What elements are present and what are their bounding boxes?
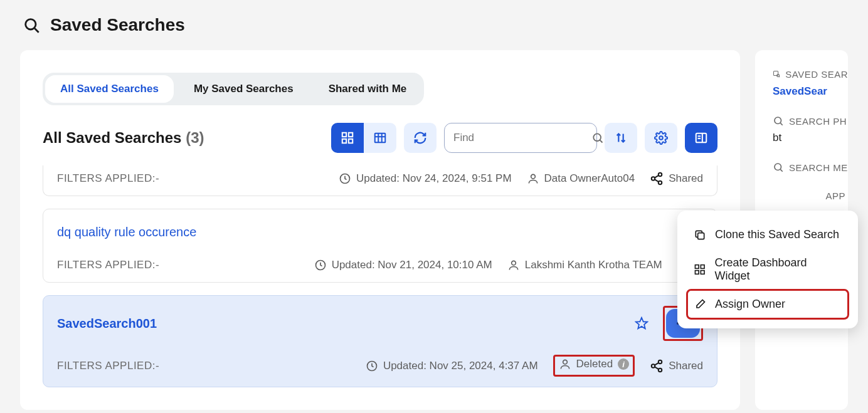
tab-my[interactable]: My Saved Searches [179,75,309,103]
tabs: All Saved Searches My Saved Searches Sha… [43,73,424,105]
svg-point-36 [652,364,655,368]
page-title: Saved Searches [50,15,185,35]
menu-dashboard-widget[interactable]: Create Dashboard Widget [687,249,848,290]
svg-rect-51 [695,271,699,274]
side-applied-fragment: APP [773,191,845,201]
filters-applied-label: FILTERS APPLIED:- [57,172,159,185]
favorite-button[interactable] [629,311,654,336]
side-phrase-label-text: SEARCH PH [789,116,847,127]
find-input-wrapper [444,123,597,153]
owner-meta: Deleted i [559,358,630,370]
subheader-title-text: All Saved Searches [43,129,181,146]
svg-rect-49 [695,265,699,269]
gear-button[interactable] [645,123,677,153]
svg-line-38 [655,362,659,365]
menu-dashboard-widget-label: Create Dashboard Widget [714,256,842,283]
svg-point-12 [659,136,663,140]
refresh-button[interactable] [404,123,437,153]
side-method-label-text: SEARCH ME [789,162,848,173]
details-panel-toggle[interactable] [685,123,717,153]
context-menu: Clone this Saved Search Create Dashboard… [677,211,858,328]
grid-view-button[interactable] [331,123,364,153]
svg-line-11 [600,140,603,143]
svg-line-22 [655,175,659,178]
svg-rect-3 [349,133,352,137]
shared-text: Shared [669,172,703,185]
svg-point-45 [775,164,781,170]
item-count: (3) [186,129,204,146]
side-phrase-label: SEARCH PH [773,115,848,127]
shared-meta: Shared [650,172,703,186]
tab-shared[interactable]: Shared with Me [314,75,422,103]
owner-meta: Data OwnerAuto04 [527,172,635,185]
svg-rect-50 [701,265,704,269]
menu-assign-owner-label: Assign Owner [715,298,785,311]
side-name-label: SAVED SEAR [773,68,848,80]
svg-rect-48 [698,233,704,239]
svg-line-1 [34,28,38,32]
svg-rect-6 [375,133,386,143]
svg-rect-2 [342,133,346,137]
owner-text: Data OwnerAuto04 [544,172,635,185]
svg-line-46 [780,169,782,171]
table-view-button[interactable] [364,123,396,153]
updated-text: Updated: Nov 25, 2024, 4:37 AM [383,360,538,372]
svg-rect-52 [701,271,704,274]
svg-line-23 [655,179,659,182]
svg-point-21 [659,181,662,185]
menu-clone[interactable]: Clone this Saved Search [687,221,848,249]
side-phrase-value: bt [773,132,848,144]
svg-line-39 [655,367,659,369]
owner-text: Lakshmi Kanth Krotha TEAM [525,259,662,271]
owner-meta: Lakshmi Kanth Krotha TEAM [507,259,662,271]
side-method-label: SEARCH ME [773,162,848,173]
saved-search-card[interactable]: SavedSearch001 FILTERS APPLIED:- [43,295,717,387]
main-panel: All Saved Searches My Saved Searches Sha… [20,50,740,410]
svg-point-35 [659,360,662,363]
updated-text: Updated: Nov 24, 2024, 9:51 PM [356,172,512,185]
svg-point-37 [659,368,662,372]
svg-point-20 [652,177,655,180]
shared-meta: Shared [650,359,703,373]
shared-text: Shared [669,360,703,372]
svg-point-10 [593,133,601,141]
svg-rect-13 [696,133,707,143]
side-name-label-text: SAVED SEAR [785,69,848,80]
filters-applied-label: FILTERS APPLIED:- [57,360,159,372]
svg-line-44 [780,123,782,125]
svg-point-18 [531,174,535,179]
card-title[interactable]: dq quality rule occurence [57,225,196,239]
updated-meta: Updated: Nov 21, 2024, 10:10 AM [314,259,492,271]
subheader-title: All Saved Searches (3) [43,129,204,147]
info-icon[interactable]: i [618,358,629,370]
svg-point-0 [26,19,36,29]
svg-rect-4 [342,139,346,143]
tab-all[interactable]: All Saved Searches [45,75,174,103]
menu-assign-owner[interactable]: Assign Owner [687,290,848,318]
svg-point-43 [775,117,781,124]
side-name-value[interactable]: SavedSear [773,85,848,98]
updated-meta: Updated: Nov 24, 2024, 9:51 PM [339,172,512,185]
svg-point-34 [563,360,567,364]
svg-line-42 [779,76,780,77]
card-title[interactable]: SavedSearch001 [57,316,157,331]
svg-marker-32 [636,318,647,328]
updated-text: Updated: Nov 21, 2024, 10:10 AM [332,259,492,271]
svg-point-26 [511,261,516,265]
svg-rect-40 [774,71,778,75]
saved-search-card[interactable]: FILTERS APPLIED:- Updated: Nov 24, 2024,… [43,165,717,196]
sort-button[interactable] [605,123,637,153]
svg-point-19 [659,173,662,177]
toolbar [331,123,717,153]
menu-clone-label: Clone this Saved Search [715,228,839,241]
search-icon [23,16,40,34]
updated-meta: Updated: Nov 25, 2024, 4:37 AM [366,360,538,372]
filters-applied-label: FILTERS APPLIED:- [57,259,159,271]
owner-text: Deleted [576,358,613,370]
search-icon [591,132,604,144]
find-input[interactable] [453,132,586,144]
highlight-owner-deleted: Deleted i [553,355,635,377]
saved-search-card[interactable]: dq quality rule occurence FILTERS APPLIE… [43,209,717,283]
svg-rect-5 [349,139,352,143]
